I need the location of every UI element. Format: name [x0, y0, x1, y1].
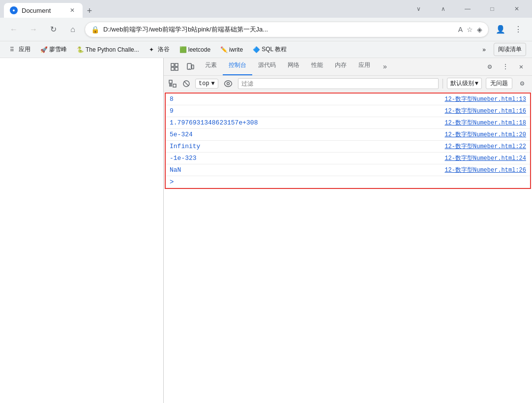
devtools-tab-控制台[interactable]: 控制台 [223, 58, 252, 75]
new-tab-button[interactable]: + [83, 4, 96, 18]
page-content [0, 58, 163, 403]
console-prompt-row[interactable]: > [166, 176, 530, 188]
lock-icon: 🔒 [91, 26, 99, 33]
devtools-tabs: 元素控制台源代码网络性能内存应用 [199, 58, 376, 75]
filter-input[interactable] [238, 78, 439, 89]
console-row-source[interactable]: 12-数字型Numeber.html:18 [441, 117, 530, 128]
bookmark-luogu-label: 洛谷 [158, 45, 170, 54]
bookmark-sql-label: SQL 教程 [262, 45, 287, 54]
console-row-source[interactable]: 12-数字型Numeber.html:20 [441, 129, 530, 140]
devtools-panel: 元素控制台源代码网络性能内存应用 » ⚙ ⋮ ✕ [163, 58, 532, 403]
devtools-topbar: 元素控制台源代码网络性能内存应用 » ⚙ ⋮ ✕ [164, 58, 532, 76]
context-selector[interactable]: top ▼ [195, 79, 218, 89]
console-row: 1.7976931348623157e+30812-数字型Numeber.htm… [166, 117, 530, 129]
console-expand-button[interactable] [168, 79, 177, 89]
console-row-value: NaN [166, 164, 441, 176]
console-rows: 812-数字型Numeber.html:13912-数字型Numeber.htm… [166, 93, 530, 176]
bookmark-luogu[interactable]: ✦ 洛谷 [145, 43, 174, 56]
tab-close-button[interactable]: ✕ [68, 6, 77, 15]
address-bar: ← → ↻ ⌂ 🔒 D:/web前端学习/web前端学习b站pink/前端基础第… [0, 18, 532, 41]
bookmark-iwrite-label: iwrite [229, 46, 243, 53]
console-row-value: 1.7976931348623157e+308 [166, 117, 441, 128]
bookmark-sql[interactable]: 🔷 SQL 教程 [249, 43, 291, 56]
tab-favicon: ● [10, 6, 18, 14]
svg-rect-8 [173, 84, 176, 87]
leetcode-icon: 🟩 [179, 46, 186, 53]
luogu-icon: ✦ [149, 46, 156, 53]
bookmark-apps-label: 应用 [19, 45, 30, 54]
back-button[interactable]: ← [6, 22, 22, 37]
svg-point-6 [189, 68, 190, 69]
devtools-tab-网络[interactable]: 网络 [282, 58, 305, 75]
forward-button[interactable]: → [26, 22, 41, 37]
svg-rect-7 [169, 80, 172, 83]
console-row-source[interactable]: 12-数字型Numeber.html:26 [441, 164, 530, 176]
bookmarks-more-button[interactable]: » [478, 44, 490, 55]
home-button[interactable]: ⌂ [65, 22, 81, 37]
maximize-button[interactable]: □ [481, 0, 503, 18]
log-level-label: 默认级别 [450, 79, 474, 88]
console-row-source[interactable]: 12-数字型Numeber.html:13 [441, 93, 530, 105]
console-highlight-area: 812-数字型Numeber.html:13912-数字型Numeber.htm… [165, 93, 531, 189]
console-output: 812-数字型Numeber.html:13912-数字型Numeber.htm… [164, 92, 532, 403]
prompt-arrow-icon: > [170, 178, 174, 186]
console-row: NaN12-数字型Numeber.html:26 [166, 164, 530, 176]
device-mode-button[interactable] [183, 60, 197, 74]
account-button[interactable]: 👤 [493, 22, 508, 37]
active-tab[interactable]: ● Document ✕ [4, 3, 83, 18]
more-button[interactable]: ⋮ [510, 22, 526, 37]
window-controls: ∨ ∧ — □ ✕ [407, 0, 528, 18]
eye-icon[interactable] [222, 78, 234, 90]
bookmark-liaoxuefeng[interactable]: 🚀 廖雪峰 [36, 43, 71, 56]
console-row-value: 8 [166, 93, 441, 105]
bookmarks-bar: ⠿ 应用 🚀 廖雪峰 🐍 The Python Challe... ✦ 洛谷 🟩… [0, 41, 532, 58]
devtools-settings-button[interactable]: ⚙ [483, 60, 497, 74]
chevron-up-icon[interactable]: ∧ [432, 0, 454, 18]
more-tabs-button[interactable]: » [378, 60, 392, 74]
bookmark-icon[interactable]: ☆ [467, 26, 473, 33]
reload-button[interactable]: ↻ [45, 22, 61, 37]
svg-rect-1 [175, 63, 178, 66]
console-row-source[interactable]: 12-数字型Numeber.html:24 [441, 153, 530, 164]
bookmark-liaoxuefeng-label: 廖雪峰 [49, 45, 67, 54]
translate-icon[interactable]: A [458, 26, 463, 33]
context-label: top [199, 80, 209, 87]
bookmark-apps[interactable]: ⠿ 应用 [6, 43, 34, 56]
python-icon: 🐍 [77, 46, 84, 53]
devtools-tab-内存[interactable]: 内存 [329, 58, 353, 75]
no-errors-button[interactable] [181, 79, 191, 89]
svg-point-14 [227, 82, 229, 85]
chevron-down-icon[interactable]: ∨ [407, 0, 430, 18]
address-input-wrap[interactable]: 🔒 D:/web前端学习/web前端学习b站pink/前端基础第一天Ja... … [85, 22, 489, 37]
close-button[interactable]: ✕ [505, 0, 528, 18]
chevron-down-icon: ▼ [211, 80, 215, 87]
console-row-source[interactable]: 12-数字型Numeber.html:22 [441, 141, 530, 152]
apps-favicon: ⠿ [10, 46, 17, 53]
svg-rect-2 [171, 67, 174, 70]
console-row-source[interactable]: 12-数字型Numeber.html:16 [441, 105, 530, 117]
no-issues-button[interactable]: 无问题 [486, 78, 512, 89]
console-row: 812-数字型Numeber.html:13 [166, 93, 530, 105]
devtools-right-buttons: ⚙ ⋮ ✕ [483, 60, 528, 74]
console-row: 5e-32412-数字型Numeber.html:20 [166, 129, 530, 141]
tab-area: ● Document ✕ + [4, 0, 407, 18]
address-text: D:/web前端学习/web前端学习b站pink/前端基础第一天Ja... [103, 25, 454, 34]
minimize-button[interactable]: — [456, 0, 479, 18]
extensions-icon[interactable]: ◈ [477, 26, 482, 33]
log-level-arrow: ▼ [475, 80, 478, 87]
devtools-tab-源代码[interactable]: 源代码 [252, 58, 282, 75]
inspect-element-button[interactable] [168, 60, 181, 74]
devtools-tab-性能[interactable]: 性能 [305, 58, 329, 75]
bookmark-python[interactable]: 🐍 The Python Challe... [73, 44, 143, 55]
bookmark-leetcode[interactable]: 🟩 leetcode [176, 44, 214, 55]
devtools-close-button[interactable]: ✕ [514, 60, 528, 74]
console-settings-button[interactable]: ⚙ [516, 78, 528, 90]
bookmark-python-label: The Python Challe... [86, 46, 139, 53]
log-level-selector[interactable]: 默认级别 ▼ [447, 78, 482, 89]
devtools-more-button[interactable]: ⋮ [499, 60, 512, 74]
devtools-tab-元素[interactable]: 元素 [199, 58, 223, 75]
devtools-tab-应用[interactable]: 应用 [353, 58, 376, 75]
bookmark-iwrite[interactable]: ✏️ iwrite [216, 44, 247, 55]
svg-rect-3 [175, 67, 178, 70]
reading-mode-button[interactable]: 阅读清单 [494, 43, 526, 56]
